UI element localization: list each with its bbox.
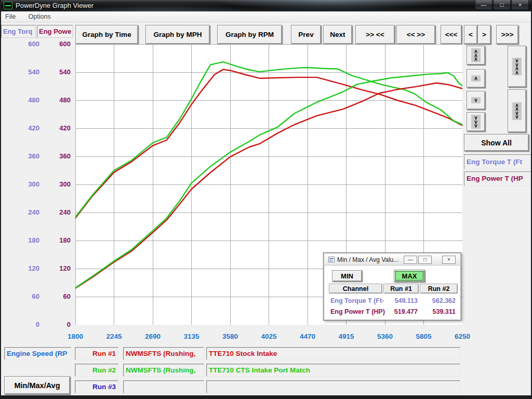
run2-name-field[interactable]: NWMSFTS (Rushing, [123, 364, 204, 377]
zoom-out-x-button[interactable]: << >> [396, 25, 435, 44]
torque-axis-tick: 120 [9, 264, 39, 273]
rpm-tick: 5805 [408, 332, 440, 340]
power-axis-tick: 420 [41, 124, 71, 132]
run1-name-field[interactable]: NWMSFTS (Rushing, [123, 347, 204, 360]
menu-options[interactable]: Options [23, 11, 56, 20]
minmax-torque-run2-value: 562.362 [421, 297, 456, 304]
scroll-far-right-button[interactable]: >>> [496, 25, 518, 44]
torque-axis-tick: 480 [9, 96, 39, 104]
app-icon [4, 2, 12, 9]
graph-by-time-button[interactable]: Graph by Time [75, 25, 138, 44]
graph-by-rpm-button[interactable]: Graph by RPM [217, 25, 282, 44]
power-axis-tick: 480 [41, 96, 71, 104]
minmax-window: Min / Max / Avg Valu... — □ × MIN MAX Ch… [323, 252, 461, 321]
minmax-torque-run1-value: 549.113 [383, 297, 418, 304]
torque-axis-tick: 600 [9, 40, 39, 48]
scroll-right-button[interactable]: > [477, 25, 491, 44]
run2-description-field[interactable]: TTE710 CTS Intake Port Match [206, 364, 460, 377]
minmax-col-run2[interactable]: Run #2 [420, 284, 458, 294]
scroll-left-button[interactable]: < [464, 25, 477, 44]
rpm-tick: 4915 [331, 332, 362, 340]
x-axis-channel-label[interactable]: Engine Speed (RP [4, 347, 71, 360]
axis-compress-button[interactable]: ∨∨∧∧ [508, 46, 526, 87]
window-border-bottom [0, 395, 532, 399]
triple-chevron-down-icon: ∨∨∨ [471, 115, 480, 129]
rpm-axis-ticks: 1800224526903135358040254470491553605805… [75, 332, 462, 342]
restore-button[interactable]: □ [493, 0, 511, 10]
minmax-row-power-channel: Eng Power T (HP) [330, 308, 385, 315]
window-border-left [0, 0, 1, 399]
close-button[interactable]: × [511, 0, 529, 10]
show-all-button[interactable]: Show All [464, 134, 529, 151]
rpm-tick: 2245 [99, 332, 130, 340]
minmax-row-torque-channel: Eng Torque T (Ft- [330, 297, 384, 304]
minmax-power-run1-value: 519.477 [383, 308, 418, 315]
rpm-tick: 1800 [60, 332, 91, 340]
minmax-minimize-button[interactable]: — [404, 256, 417, 264]
torque-channel-label[interactable]: Eng Torque T (Ft [464, 154, 531, 169]
max-toggle-button[interactable]: MAX [394, 270, 425, 282]
chevron-up-icon: ∧ [471, 75, 480, 82]
minmax-col-channel[interactable]: Channel [329, 284, 382, 294]
run1-label: Run #1 [75, 347, 118, 360]
run3-name-field[interactable] [123, 380, 204, 393]
triple-chevron-up-icon: ∧∧∧ [471, 48, 480, 62]
scroll-far-left-button[interactable]: <<< [441, 25, 462, 44]
rpm-tick: 5360 [369, 332, 401, 340]
torque-axis-tick: 540 [9, 68, 39, 76]
compress-chevrons-icon: ∨∨∧∧ [512, 58, 521, 75]
minmax-avg-button[interactable]: Min/Max/Avg [4, 376, 70, 394]
rpm-tick: 3135 [176, 332, 207, 340]
torque-axis-tick: 360 [9, 152, 39, 161]
torque-axis-tick: 0 [9, 321, 39, 329]
min-toggle-button[interactable]: MIN [332, 270, 362, 282]
torque-axis-tick: 60 [9, 292, 39, 301]
minmax-close-button[interactable]: × [442, 256, 456, 264]
axis-scroll-bottom-button[interactable]: ∨∨∨ [467, 112, 485, 131]
minmax-title-bar[interactable]: Min / Max / Avg Valu... — □ × [325, 254, 460, 265]
run3-label: Run #3 [75, 380, 118, 393]
chevron-down-icon: ∨ [471, 97, 480, 103]
title-bar[interactable]: PowerDyne Graph Viewer — □ × [0, 0, 532, 11]
axis-scroll-up-button[interactable]: ∧ [467, 69, 485, 88]
menu-file[interactable]: File [0, 11, 21, 20]
axis-scroll-top-button[interactable]: ∧∧∧ [467, 46, 485, 65]
power-axis-ticks: 060120180240300360420480540600 [41, 44, 71, 325]
power-axis-tick: 540 [41, 68, 71, 76]
tab-eng-torque[interactable]: Eng Torq [1, 25, 36, 38]
rpm-tick: 6250 [447, 332, 478, 340]
power-axis-tick: 0 [41, 321, 71, 329]
run3-description-field[interactable] [206, 380, 460, 393]
minmax-window-title: Min / Max / Avg Valu... [337, 256, 398, 263]
minmax-power-run2-value: 539.311 [421, 308, 456, 315]
minmax-window-icon [328, 257, 335, 262]
axis-expand-button[interactable]: ∧∧∨∨ [508, 89, 526, 132]
power-axis-tick: 60 [41, 292, 71, 301]
zoom-in-x-button[interactable]: >> << [355, 25, 395, 44]
window-title: PowerDyne Graph Viewer [16, 2, 94, 9]
run2-label: Run #2 [75, 364, 118, 377]
torque-axis-tick: 420 [9, 124, 39, 132]
run1-description-field[interactable]: TTE710 Stock Intake [206, 347, 460, 360]
torque-axis-tick: 240 [9, 208, 39, 217]
axis-scroll-down-button[interactable]: ∨ [467, 91, 485, 110]
graph-by-mph-button[interactable]: Graph by MPH [145, 25, 210, 44]
power-channel-label[interactable]: Eng Power T (HP [464, 171, 531, 186]
minimize-button[interactable]: — [475, 0, 493, 10]
minmax-restore-button[interactable]: □ [418, 256, 432, 264]
torque-axis-tick: 300 [9, 180, 39, 189]
power-axis-tick: 240 [41, 208, 71, 217]
power-axis-tick: 600 [41, 40, 71, 48]
next-button[interactable]: Next [323, 25, 352, 44]
torque-axis-ticks: 060120180240300360420480540600 [9, 44, 39, 325]
power-axis-tick: 180 [41, 236, 71, 245]
rpm-tick: 2690 [137, 332, 168, 340]
prev-button[interactable]: Prev [291, 25, 321, 44]
tab-eng-power[interactable]: Eng Powe [37, 25, 73, 38]
power-axis-tick: 360 [41, 152, 71, 161]
rpm-tick: 4025 [254, 332, 285, 340]
powerdyne-window: PowerDyne Graph Viewer — □ × File Option… [0, 0, 532, 399]
menu-bar: File Options [0, 11, 532, 22]
expand-chevrons-icon: ∧∧∨∨ [512, 102, 521, 120]
minmax-col-run1[interactable]: Run #1 [383, 284, 419, 294]
